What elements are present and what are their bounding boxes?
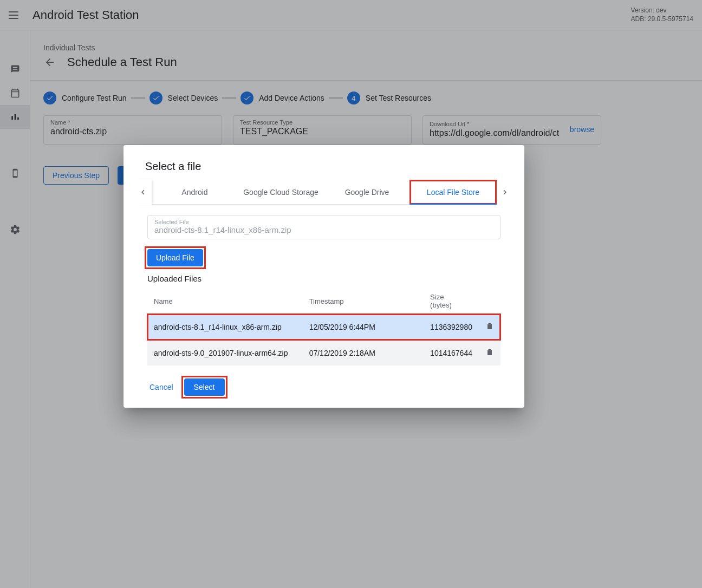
select-button[interactable]: Select bbox=[184, 378, 225, 396]
uploaded-files-table: Name Timestamp Size (bytes) android-cts-… bbox=[147, 289, 500, 365]
tab-gcs[interactable]: Google Cloud Storage bbox=[238, 180, 324, 204]
table-row[interactable]: android-sts-9.0_201907-linux-arm64.zip 0… bbox=[147, 340, 500, 366]
file-size: 1136392980 bbox=[424, 314, 479, 340]
selected-file-value: android-cts-8.1_r14-linux_x86-arm.zip bbox=[154, 225, 493, 234]
delete-icon[interactable] bbox=[485, 322, 494, 330]
selected-file-field[interactable]: Selected File android-cts-8.1_r14-linux_… bbox=[147, 215, 500, 239]
selected-file-label: Selected File bbox=[154, 219, 493, 225]
col-name: Name bbox=[147, 289, 303, 314]
file-name: android-cts-8.1_r14-linux_x86-arm.zip bbox=[147, 314, 303, 340]
tab-local-file-store[interactable]: Local File Store bbox=[410, 180, 496, 204]
col-size: Size (bytes) bbox=[424, 289, 479, 314]
tabs-scroll-right-icon[interactable] bbox=[496, 179, 514, 205]
tabs-scroll-left-icon[interactable] bbox=[134, 179, 152, 205]
cancel-button[interactable]: Cancel bbox=[144, 378, 179, 396]
delete-icon[interactable] bbox=[485, 348, 494, 356]
uploaded-files-heading: Uploaded Files bbox=[147, 274, 500, 283]
table-row[interactable]: android-cts-8.1_r14-linux_x86-arm.zip 12… bbox=[147, 314, 500, 340]
file-size: 1014167644 bbox=[424, 340, 479, 366]
col-timestamp: Timestamp bbox=[303, 289, 424, 314]
upload-file-button[interactable]: Upload File bbox=[147, 249, 203, 266]
select-file-dialog: Select a file Android Google Cloud Stora… bbox=[123, 145, 524, 408]
file-timestamp: 07/12/2019 2:18AM bbox=[303, 340, 424, 366]
tab-android[interactable]: Android bbox=[152, 180, 238, 204]
file-timestamp: 12/05/2019 6:44PM bbox=[303, 314, 424, 340]
tab-drive[interactable]: Google Drive bbox=[324, 180, 410, 204]
source-tabs: Android Google Cloud Storage Google Driv… bbox=[152, 180, 496, 205]
dialog-title: Select a file bbox=[134, 160, 514, 179]
file-name: android-sts-9.0_201907-linux-arm64.zip bbox=[147, 340, 303, 366]
